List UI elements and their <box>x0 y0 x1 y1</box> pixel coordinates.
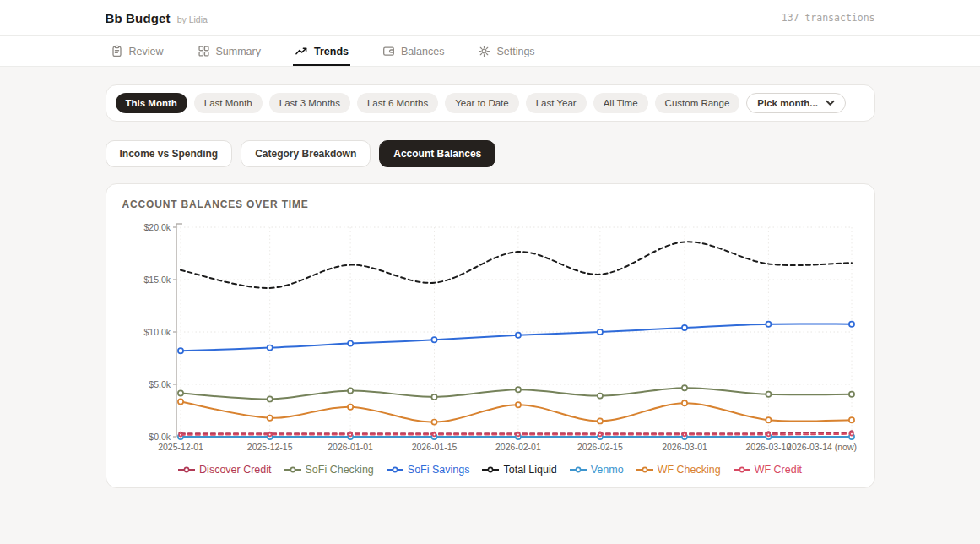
time-filter-bar: This MonthLast MonthLast 3 MonthsLast 6 … <box>106 84 875 122</box>
app-root: Bb Budget by Lidia 137 transactions Revi… <box>0 0 980 488</box>
series-marker-sofi-savings <box>515 333 520 338</box>
legend-item-sofi-savings[interactable]: SoFi Savings <box>387 464 470 476</box>
legend-marker-icon <box>482 465 499 474</box>
month-picker-dropdown[interactable]: Pick month... <box>746 93 846 113</box>
legend-marker-icon <box>570 465 587 474</box>
y-tick-label: $20.0k <box>143 222 171 232</box>
time-filter-custom-range[interactable]: Custom Range <box>655 93 740 113</box>
series-marker-sofi-savings <box>766 322 771 327</box>
nav-tab-label: Settings <box>496 46 534 57</box>
x-tick-label: 2025-12-01 <box>158 442 203 452</box>
page-body: This MonthLast MonthLast 3 MonthsLast 6 … <box>0 67 980 488</box>
series-marker-sofi-checking <box>597 394 602 399</box>
legend-label: Discover Credit <box>199 464 271 476</box>
x-tick-label: 2026-02-01 <box>495 442 541 452</box>
series-marker-wf-credit <box>432 433 436 437</box>
x-tick-label: 2026-02-15 <box>577 442 623 452</box>
time-filter-last-6-months[interactable]: Last 6 Months <box>357 93 438 113</box>
series-marker-wf-credit <box>850 432 853 436</box>
month-picker-label: Pick month... <box>757 98 818 108</box>
chart-legend: Discover CreditSoFi CheckingSoFi Savings… <box>121 464 860 476</box>
time-filter-last-3-months[interactable]: Last 3 Months <box>269 93 350 113</box>
legend-item-wf-checking[interactable]: WF Checking <box>636 464 721 476</box>
series-line-total-liquid <box>181 242 852 288</box>
nav-tabs: ReviewSummaryTrendsBalancesSettings <box>106 36 875 66</box>
legend-marker-icon <box>636 465 653 474</box>
app-title: Bb Budget <box>106 11 171 25</box>
legend-marker-icon <box>178 465 195 474</box>
series-marker-sofi-savings <box>348 341 353 346</box>
series-marker-sofi-savings <box>267 345 272 351</box>
series-marker-wf-credit <box>683 433 686 437</box>
chart-title: ACCOUNT BALANCES OVER TIME <box>122 199 860 210</box>
trend-up-icon <box>295 45 308 57</box>
series-marker-wf-credit <box>268 433 271 437</box>
series-marker-sofi-checking <box>848 392 853 397</box>
time-filter-last-month[interactable]: Last Month <box>194 93 263 113</box>
wallet-icon <box>382 45 395 57</box>
x-tick-label: 2026-03-14 (now) <box>787 442 857 452</box>
series-marker-sofi-checking <box>766 392 771 397</box>
legend-label: Venmo <box>591 464 624 476</box>
nav-tab-label: Review <box>129 46 164 57</box>
legend-marker-icon <box>734 465 750 474</box>
gear-icon <box>478 45 490 57</box>
y-tick-label: $5.0k <box>149 379 171 389</box>
nav-tab-summary[interactable]: Summary <box>196 36 263 66</box>
x-tick-label: 2026-03-10 <box>745 442 791 452</box>
chart-card: ACCOUNT BALANCES OVER TIME $0.0k$5.0k$10… <box>106 183 875 488</box>
legend-marker-icon <box>284 465 301 474</box>
view-tab-account-balances[interactable]: Account Balances <box>379 140 495 167</box>
time-filter-this-month[interactable]: This Month <box>116 93 187 113</box>
time-filter-all-time[interactable]: All Time <box>593 93 648 113</box>
series-marker-wf-checking <box>766 417 771 422</box>
nav-tab-label: Balances <box>401 46 444 57</box>
grid-icon <box>198 45 210 57</box>
series-marker-sofi-checking <box>348 388 353 393</box>
series-marker-sofi-savings <box>681 325 686 330</box>
x-tick-label: 2026-01-01 <box>328 442 373 452</box>
series-marker-wf-checking <box>681 400 686 405</box>
nav-tab-balances[interactable]: Balances <box>381 36 446 66</box>
series-marker-wf-credit <box>598 433 602 437</box>
series-marker-wf-credit <box>349 433 352 437</box>
series-marker-sofi-checking <box>267 396 272 401</box>
legend-marker-icon <box>387 465 403 474</box>
nav-tab-label: Trends <box>314 46 349 57</box>
series-marker-sofi-checking <box>681 385 686 390</box>
view-tab-income-vs-spending[interactable]: Income vs Spending <box>106 140 233 167</box>
series-marker-sofi-savings <box>597 329 602 335</box>
nav-tab-settings[interactable]: Settings <box>476 36 536 66</box>
view-tab-category-breakdown[interactable]: Category Breakdown <box>241 140 371 167</box>
series-marker-wf-credit <box>766 433 770 437</box>
legend-item-total-liquid[interactable]: Total Liquid <box>482 464 556 476</box>
series-marker-wf-checking <box>348 405 353 410</box>
time-filter-year-to-date[interactable]: Year to Date <box>445 93 519 113</box>
legend-item-venmo[interactable]: Venmo <box>570 464 624 476</box>
clipboard-icon <box>111 45 123 57</box>
main-nav: ReviewSummaryTrendsBalancesSettings <box>0 36 980 67</box>
legend-item-sofi-checking[interactable]: SoFi Checking <box>284 464 374 476</box>
series-marker-wf-credit <box>179 433 182 437</box>
chevron-down-icon <box>826 98 835 108</box>
legend-label: WF Checking <box>658 464 721 476</box>
legend-label: SoFi Checking <box>306 464 374 476</box>
series-marker-wf-checking <box>597 418 602 423</box>
legend-item-wf-credit[interactable]: WF Credit <box>734 464 802 476</box>
app-header: Bb Budget by Lidia 137 transactions <box>0 0 980 36</box>
series-marker-wf-checking <box>267 416 272 421</box>
x-tick-label: 2025-12-15 <box>246 442 292 452</box>
y-tick-label: $15.0k <box>143 275 171 285</box>
time-filter-last-year[interactable]: Last Year <box>526 93 587 113</box>
series-marker-sofi-savings <box>431 337 436 342</box>
legend-item-discover-credit[interactable]: Discover Credit <box>178 464 271 476</box>
transactions-count: 137 transactions <box>782 12 875 24</box>
nav-tab-review[interactable]: Review <box>109 36 165 66</box>
legend-label: SoFi Savings <box>408 464 470 476</box>
x-tick-label: 2026-03-01 <box>662 442 707 452</box>
series-marker-wf-checking <box>848 417 853 422</box>
brand: Bb Budget by Lidia <box>106 11 208 25</box>
nav-tab-trends[interactable]: Trends <box>293 36 350 66</box>
series-marker-sofi-savings <box>177 348 182 353</box>
legend-label: Total Liquid <box>503 464 556 476</box>
